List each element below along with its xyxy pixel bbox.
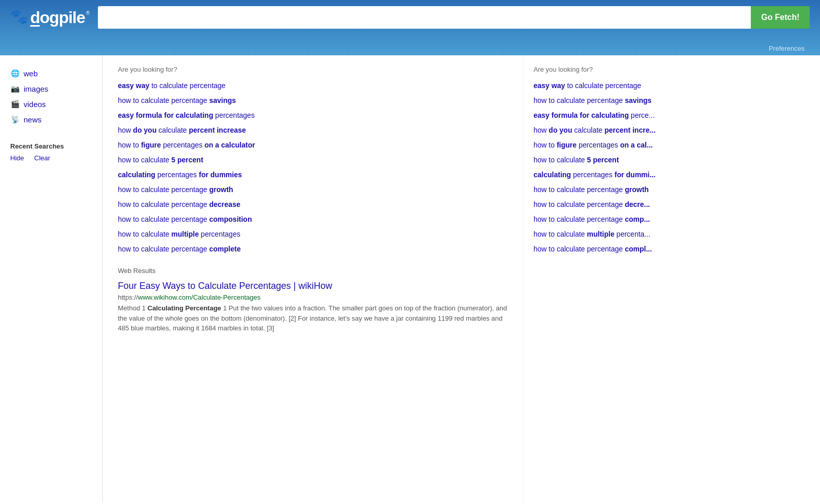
- right-suggestion-6[interactable]: how to calculate 5 percent: [534, 153, 687, 167]
- go-fetch-button[interactable]: Go Fetch!: [751, 6, 810, 29]
- suggestion-12-bold: complete: [209, 245, 240, 253]
- suggestion-5-bold2: on a calculator: [204, 141, 255, 149]
- videos-icon: 🎬: [10, 99, 19, 109]
- web-icon: 🌐: [10, 69, 19, 78]
- nav-images[interactable]: 📷 images: [10, 81, 97, 96]
- right-s4-bold1: do you: [549, 126, 572, 134]
- header-top: 🐾 dogpile ® How to calculate percentage …: [10, 6, 810, 34]
- main-layout: 🌐 web 📷 images 🎬 videos 📡 news Recent Se…: [0, 55, 820, 503]
- suggestion-9[interactable]: how to calculate percentage decrease: [118, 197, 507, 212]
- suggestion-9-bold: decrease: [209, 200, 240, 208]
- result-1-snippet-start: Method 1: [118, 304, 148, 312]
- suggestion-5-bold1: figure: [141, 141, 161, 149]
- header: 🐾 dogpile ® How to calculate percentage …: [0, 0, 820, 55]
- right-suggestion-12[interactable]: how to calculate percentage compl...: [534, 242, 687, 257]
- suggestion-11-bold: multiple: [171, 230, 199, 238]
- suggestion-4-bold1: do you: [133, 126, 157, 134]
- suggestion-11[interactable]: how to calculate multiple percentages: [118, 227, 507, 242]
- suggestion-7-bold2: for dummies: [199, 171, 242, 179]
- right-s5-bold1: figure: [557, 141, 577, 149]
- suggestion-5[interactable]: how to figure percentages on a calculato…: [118, 138, 507, 153]
- result-1-title[interactable]: Four Easy Ways to Calculate Percentages …: [118, 281, 507, 291]
- are-you-looking-right: Are you looking for?: [534, 66, 687, 73]
- nav-images-label: images: [24, 85, 48, 93]
- search-input[interactable]: How to calculate percentage: [98, 6, 751, 29]
- recent-searches-section: Recent Searches Hide Clear: [10, 142, 97, 162]
- right-suggestion-8[interactable]: how to calculate percentage growth: [534, 182, 687, 197]
- right-suggestion-4[interactable]: how do you calculate percent incre...: [534, 123, 687, 138]
- right-s4-bold2: percent incre...: [605, 126, 656, 134]
- suggestion-8-bold: growth: [209, 185, 233, 194]
- result-1: Four Easy Ways to Calculate Percentages …: [118, 281, 507, 333]
- preferences-bar: Preferences: [10, 42, 810, 55]
- center-content: Are you looking for? easy way to calcula…: [102, 55, 523, 503]
- news-icon: 📡: [10, 115, 19, 124]
- web-results-label: Web Results: [118, 267, 507, 275]
- suggestion-7-bold1: calculating: [118, 171, 155, 179]
- right-s2-bold: savings: [625, 96, 651, 104]
- right-s7-bold1: calculating: [534, 171, 571, 179]
- result-1-snippet-bold: Calculating Percentage: [148, 304, 221, 312]
- right-suggestion-10[interactable]: how to calculate percentage comp...: [534, 212, 687, 227]
- right-suggestion-11[interactable]: how to calculate multiple percenta...: [534, 227, 687, 242]
- preferences-link[interactable]: Preferences: [769, 45, 810, 52]
- right-s7-bold2: for dummi...: [614, 171, 655, 179]
- trademark-icon: ®: [86, 10, 90, 16]
- suggestion-1-bold: easy way: [118, 81, 150, 90]
- right-s9-bold: decre...: [625, 200, 650, 208]
- nav-web[interactable]: 🌐 web: [10, 66, 97, 81]
- right-sidebar: Are you looking for? easy way to calcula…: [523, 55, 697, 503]
- sidebar: 🌐 web 📷 images 🎬 videos 📡 news Recent Se…: [0, 55, 102, 503]
- suggestion-3-bold: easy formula for calculating: [118, 111, 213, 119]
- are-you-looking-center: Are you looking for?: [118, 66, 507, 73]
- logo-text: dogpile: [30, 8, 85, 27]
- right-s1-bold: easy way: [534, 81, 565, 90]
- right-s10-bold: comp...: [625, 215, 650, 223]
- suggestion-8[interactable]: how to calculate percentage growth: [118, 182, 507, 197]
- result-1-url: https://www.wikihow.com/Calculate-Percen…: [118, 293, 507, 301]
- suggestion-2[interactable]: how to calculate percentage savings: [118, 93, 507, 108]
- suggestion-6-bold: 5 percent: [171, 156, 203, 164]
- right-suggestion-2[interactable]: how to calculate percentage savings: [534, 93, 687, 108]
- suggestion-6[interactable]: how to calculate 5 percent: [118, 153, 507, 167]
- suggestion-4-bold2: percent increase: [189, 126, 246, 134]
- clear-link[interactable]: Clear: [34, 154, 50, 162]
- nav-news-label: news: [24, 115, 42, 124]
- right-s8-bold: growth: [625, 185, 649, 194]
- suggestion-1[interactable]: easy way to calculate percentage: [118, 78, 507, 93]
- result-1-snippet: Method 1 Calculating Percentage 1 Put th…: [118, 303, 507, 333]
- nav-videos[interactable]: 🎬 videos: [10, 96, 97, 112]
- suggestion-4[interactable]: how do you calculate percent increase: [118, 123, 507, 138]
- right-s3-bold: easy formula for calculating: [534, 111, 629, 119]
- suggestion-12[interactable]: how to calculate percentage complete: [118, 242, 507, 257]
- logo-area: 🐾 dogpile ®: [10, 8, 90, 27]
- suggestion-7[interactable]: calculating percentages for dummies: [118, 167, 507, 182]
- right-s6-bold: 5 percent: [587, 156, 619, 164]
- right-suggestion-5[interactable]: how to figure percentages on a cal...: [534, 138, 687, 153]
- suggestion-2-bold: savings: [209, 96, 236, 104]
- right-suggestion-9[interactable]: how to calculate percentage decre...: [534, 197, 687, 212]
- right-s11-bold: multiple: [587, 230, 614, 238]
- suggestion-10[interactable]: how to calculate percentage composition: [118, 212, 507, 227]
- nav-news[interactable]: 📡 news: [10, 112, 97, 127]
- result-1-url-plain: https://: [118, 293, 138, 301]
- right-suggestion-3[interactable]: easy formula for calculating perce...: [534, 108, 687, 123]
- suggestion-3[interactable]: easy formula for calculating percentages: [118, 108, 507, 123]
- recent-controls: Hide Clear: [10, 154, 97, 162]
- result-1-url-green: www.wikihow.com/Calculate-Percentages: [138, 293, 260, 301]
- images-icon: 📷: [10, 84, 19, 93]
- right-suggestion-7[interactable]: calculating percentages for dummi...: [534, 167, 687, 182]
- right-suggestion-1[interactable]: easy way to calculate percentage: [534, 78, 687, 93]
- search-bar-container: How to calculate percentage Go Fetch!: [98, 6, 810, 29]
- nav-videos-label: videos: [24, 100, 46, 109]
- nav-web-label: web: [24, 69, 38, 78]
- suggestion-10-bold: composition: [209, 215, 252, 223]
- paw-icon: 🐾: [10, 8, 28, 25]
- right-s5-bold2: on a cal...: [620, 141, 653, 149]
- hide-link[interactable]: Hide: [10, 154, 24, 162]
- right-s12-bold: compl...: [625, 245, 652, 253]
- recent-searches-title: Recent Searches: [10, 142, 97, 150]
